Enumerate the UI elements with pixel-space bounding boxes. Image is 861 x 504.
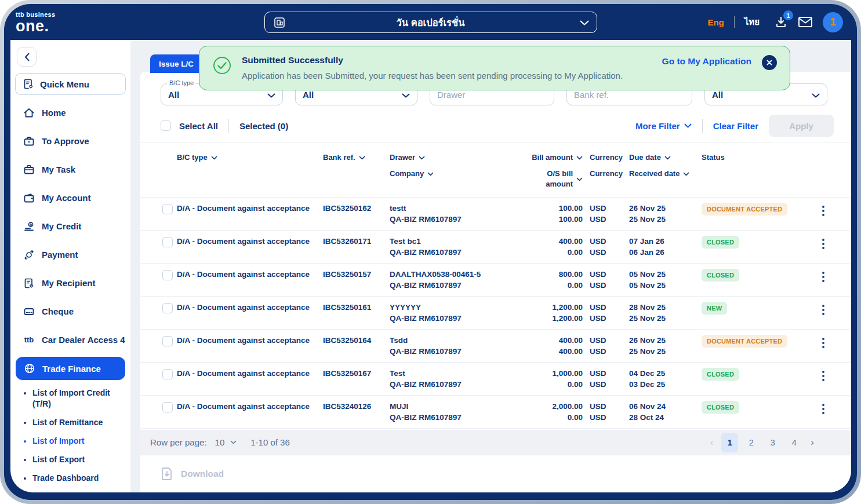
status-badge: CLOSED: [702, 401, 739, 414]
bullet-dot: [24, 440, 26, 443]
due-date-cell: 06 Nov 24: [629, 401, 697, 412]
kebab-menu-icon[interactable]: [819, 238, 828, 253]
bc-type-label: B/C type: [167, 79, 196, 86]
kebab-menu-icon[interactable]: [819, 370, 828, 385]
more-filter-link[interactable]: More Filter: [635, 121, 692, 131]
kebab-menu-icon[interactable]: [819, 337, 828, 352]
bc-type-cell: D/A - Document against acceptance: [177, 335, 323, 346]
sidebar-subitem-trade-dashboard[interactable]: Trade Dashboard: [24, 473, 126, 484]
sidebar-subitem-list-of-export[interactable]: List of Export: [24, 454, 126, 465]
page-button-1[interactable]: 1: [721, 433, 738, 452]
sidebar-item-to-approve[interactable]: To Approve: [15, 127, 126, 155]
row-checkbox[interactable]: [162, 369, 173, 379]
bullet-dot: [24, 477, 26, 480]
row-checkbox[interactable]: [162, 270, 173, 280]
download-button[interactable]: Download: [181, 469, 224, 479]
kebab-menu-icon[interactable]: [819, 304, 828, 319]
sort-chevron-icon: [419, 156, 425, 160]
kebab-menu-icon[interactable]: [819, 271, 828, 286]
page-button-2[interactable]: 2: [743, 433, 760, 452]
sidebar-item-label: Payment: [42, 250, 78, 260]
kebab-menu-icon[interactable]: [819, 403, 828, 418]
sidebar-item-label: My Task: [42, 165, 75, 174]
company-cell: QA-BIZ RM6107897: [390, 280, 518, 291]
sidebar-item-my-recipient[interactable]: My Recipient: [15, 269, 126, 297]
col-company[interactable]: Company: [390, 169, 518, 179]
row-checkbox[interactable]: [162, 402, 173, 412]
sidebar-item-label: My Credit: [42, 221, 81, 231]
language-toggle-thai[interactable]: ไทย: [744, 15, 760, 29]
mail-icon[interactable]: [798, 16, 813, 28]
sidebar-item-home[interactable]: Home: [15, 98, 126, 127]
col-received-date[interactable]: Received date: [629, 169, 697, 179]
bank-ref-cell: IBC53250162: [323, 203, 386, 214]
table-row: D/A - Document against acceptance IBC532…: [140, 198, 851, 231]
sidebar-item-label: Cheque: [42, 306, 74, 316]
row-checkbox[interactable]: [162, 237, 173, 247]
bullet-dot: [24, 422, 26, 424]
os-bill-amount-cell: 1,200.00: [518, 313, 583, 324]
trade-finance-submenu: List of Import Credit (T/R) List of Remi…: [15, 388, 126, 484]
bill-amount-cell: 400.00: [518, 236, 583, 247]
page-button-4[interactable]: 4: [786, 433, 802, 452]
col-drawer[interactable]: Drawer: [390, 152, 518, 163]
divider: [702, 119, 703, 133]
sidebar-item-car-dealer[interactable]: ttb Car Dealer Access 4: [15, 326, 126, 354]
sidebar-item-my-task[interactable]: My Task: [15, 155, 126, 184]
company-selector[interactable]: วัน คอเปอร์เรชั่น: [264, 12, 597, 33]
sidebar-subitem-import-credit[interactable]: List of Import Credit (T/R): [24, 388, 126, 410]
table-row: D/A - Document against acceptance IBC532…: [140, 231, 851, 264]
language-divider: [734, 16, 735, 28]
col-status: Status: [702, 152, 795, 163]
user-avatar[interactable]: 1: [823, 12, 843, 32]
sidebar-item-cheque[interactable]: Cheque: [15, 297, 126, 326]
kebab-menu-icon[interactable]: [819, 204, 828, 220]
pagination-range: 1-10 of 36: [250, 437, 290, 447]
col-bc-type[interactable]: B/C type: [177, 152, 323, 163]
sidebar-subitem-label: List of Import: [32, 436, 84, 447]
download-tray-icon[interactable]: 1: [774, 15, 788, 29]
sidebar-subitem-remittance[interactable]: List of Remittance: [24, 417, 126, 428]
table-header: B/C type Bank ref. Drawer Company Bill a…: [140, 143, 851, 198]
row-checkbox[interactable]: [162, 336, 173, 346]
notification-badge: 1: [783, 10, 793, 20]
sidebar-item-quick-menu[interactable]: Quick Menu: [15, 73, 126, 95]
col-due-date[interactable]: Due date: [629, 152, 697, 163]
currency-cell: USD: [590, 379, 623, 390]
sidebar-item-my-credit[interactable]: My Credit: [15, 212, 126, 240]
sidebar-subitem-list-of-import[interactable]: List of Import: [24, 436, 126, 447]
col-bill-amount[interactable]: Bill amount: [518, 152, 583, 163]
sidebar-collapse-button[interactable]: [17, 47, 37, 67]
sidebar-item-trade-finance[interactable]: Trade Finance: [16, 357, 125, 380]
bills-table: B/C type Bank ref. Drawer Company Bill a…: [140, 143, 851, 430]
next-page-arrow[interactable]: ›: [807, 437, 818, 448]
row-checkbox[interactable]: [162, 303, 173, 313]
briefcase-check-icon: [23, 164, 35, 176]
clear-filter-link[interactable]: Clear Filter: [713, 121, 758, 131]
row-checkbox[interactable]: [162, 204, 173, 214]
col-os-bill-amount[interactable]: O/S bill amount: [518, 169, 583, 189]
check-circle-icon: [213, 57, 231, 74]
select-all-checkbox[interactable]: [161, 120, 171, 131]
prev-page-arrow[interactable]: ‹: [707, 437, 717, 448]
rows-per-page-select[interactable]: 10: [215, 437, 237, 447]
language-toggle-eng[interactable]: Eng: [707, 17, 724, 27]
col-bank-ref[interactable]: Bank ref.: [323, 152, 386, 163]
due-date-cell: 26 Nov 25: [629, 203, 697, 214]
tab-issue-lc[interactable]: Issue L/C: [150, 54, 202, 73]
bc-type-cell: D/A - Document against acceptance: [177, 236, 323, 247]
apply-button[interactable]: Apply: [769, 115, 834, 137]
bank-ref-cell: IBC53250161: [323, 302, 386, 313]
close-icon[interactable]: [762, 55, 777, 70]
sidebar-item-my-account[interactable]: My Account: [15, 184, 126, 212]
status-badge: CLOSED: [702, 269, 739, 282]
go-to-my-application-link[interactable]: Go to My Application: [662, 56, 751, 67]
company-cell: QA-BIZ RM6107897: [390, 214, 518, 225]
table-row: D/A - Document against acceptance IBC532…: [140, 396, 851, 429]
ttb-logo-icon: ttb: [23, 335, 35, 344]
page-button-3[interactable]: 3: [764, 433, 781, 452]
briefcase-icon: [23, 136, 35, 147]
more-filter-label: More Filter: [635, 121, 680, 131]
second-filter-value: All: [303, 90, 314, 100]
sidebar-item-payment[interactable]: Payment: [15, 240, 126, 269]
